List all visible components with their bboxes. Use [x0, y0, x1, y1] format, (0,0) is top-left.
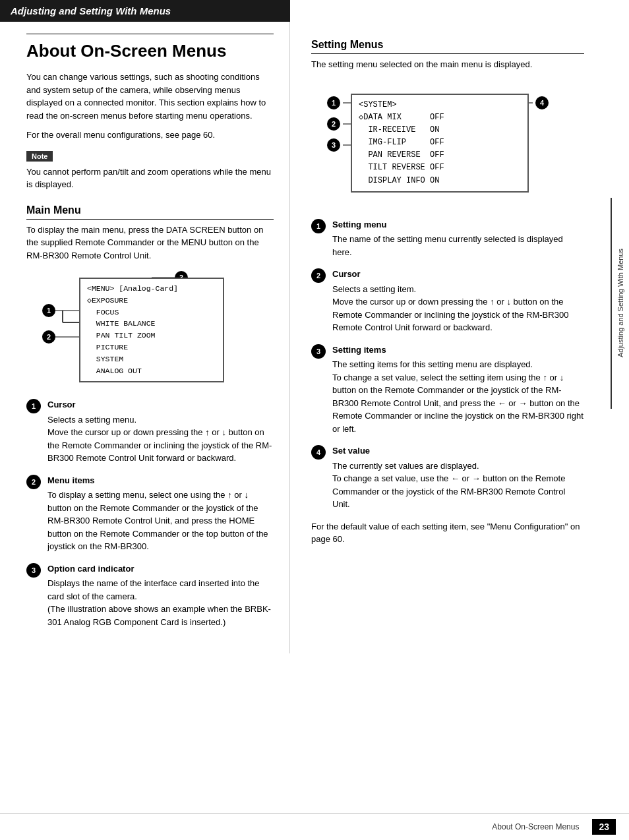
setting-callout-2: 2 [327, 117, 340, 131]
setting-item2-title: Cursor [332, 268, 584, 281]
main-menu-item-3: 3 Option card indicator Displays the nam… [26, 562, 274, 629]
setting-item-3: 3 Setting items The setting items for th… [311, 344, 584, 436]
side-tab: Adjusting and Setting With Menus [611, 198, 629, 409]
setting-item1-text: The name of the setting menu currently s… [332, 233, 584, 258]
main-menu-item-2: 2 Menu items To display a setting menu, … [26, 474, 274, 553]
item2-title: Menu items [47, 474, 274, 487]
main-menu-intro: To display the main menu, press the DATA… [26, 224, 274, 262]
note-box: Note You cannot perform pan/tilt and zoo… [26, 151, 274, 191]
note-label: Note [26, 151, 53, 162]
footer-label: About On-Screen Menus [492, 822, 579, 831]
callout-2: 2 [42, 330, 55, 344]
item2-text: To display a setting menu, select one us… [47, 489, 274, 553]
callout-1: 1 [42, 304, 55, 317]
left-column: About On-Screen Menus You can change var… [0, 22, 290, 653]
top-banner: Adjusting and Setting With Menus [0, 0, 290, 22]
setting-item-2: 2 Cursor Selects a setting item.Move the… [311, 268, 584, 334]
setting-item-4: 4 Set value The currently set values are… [311, 444, 584, 511]
setting-menu-diagram: 1 2 3 4 <SYSTEM> ◇DATA MIX OFF IR-RECEIV… [324, 84, 562, 206]
item1-title: Cursor [47, 398, 274, 411]
setting-item-1: 1 Setting menu The name of the setting m… [311, 218, 584, 259]
main-menu-item-1: 1 Cursor Selects a setting menu.Move the… [26, 398, 274, 465]
setting-item4-text: The currently set values are displayed.T… [332, 460, 584, 511]
note-text: You cannot perform pan/tilt and zoom ope… [26, 165, 274, 191]
side-tab-text: Adjusting and Setting With Menus [616, 249, 624, 357]
setting-item3-title: Setting items [332, 344, 584, 357]
item3-title: Option card indicator [47, 562, 274, 576]
banner-text: Adjusting and Setting With Menus [11, 5, 171, 16]
setting-menus-intro: The setting menu selected on the main me… [311, 58, 584, 71]
setting-callout-1: 1 [327, 96, 340, 109]
main-menu-box: <MENU> [Analog-Card] ◇EXPOSURE FOCUS WHI… [79, 278, 224, 382]
setting-callout-3: 3 [327, 138, 340, 152]
right-column: Setting Menus The setting menu selected … [290, 22, 600, 653]
setting-menu-box: <SYSTEM> ◇DATA MIX OFF IR-RECEIVE ON IMG… [351, 94, 529, 193]
setting-item3-text: The setting items for this setting menu … [332, 358, 584, 435]
setting-menus-heading: Setting Menus [311, 39, 584, 54]
footer-note: For the default value of each setting it… [311, 520, 584, 546]
intro-text: You can change various settings, such as… [26, 71, 274, 122]
config-ref: For the overall menu configurations, see… [26, 129, 274, 142]
footer-page: 23 [592, 819, 616, 835]
setting-item2-text: Selects a setting item.Move the cursor u… [332, 283, 584, 334]
setting-item4-title: Set value [332, 444, 584, 458]
setting-callout-4: 4 [535, 96, 549, 109]
main-menu-diagram: 1 2 3 <MENU> [Analog-Card] ◇EXPOSURE FOC… [40, 271, 264, 386]
page-footer: About On-Screen Menus 23 [0, 813, 629, 840]
item1-text: Selects a setting menu.Move the cursor u… [47, 413, 274, 465]
main-menu-heading: Main Menu [26, 204, 274, 220]
item3-text: Displays the name of the interface card … [47, 577, 274, 628]
main-heading: About On-Screen Menus [26, 41, 274, 61]
setting-item1-title: Setting menu [332, 218, 584, 231]
